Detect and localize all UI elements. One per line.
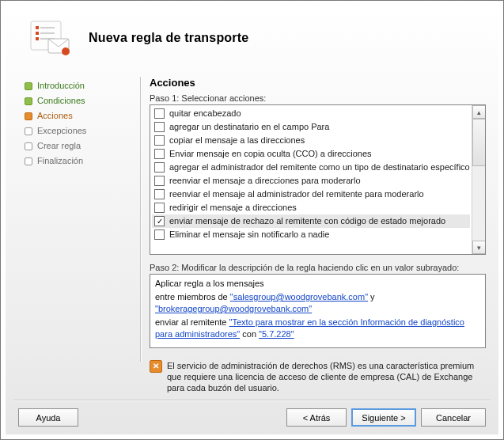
desc-text: enviar al remitente: [155, 317, 229, 327]
next-button[interactable]: Siguiente >: [351, 408, 416, 427]
action-checkbox[interactable]: [154, 135, 165, 146]
step-pending-icon: [25, 127, 32, 135]
action-checkbox[interactable]: [154, 229, 165, 240]
step-finalizacion[interactable]: Finalización: [25, 154, 119, 169]
action-row[interactable]: enviar mensaje de rechazo al remitente c…: [152, 214, 470, 228]
back-button[interactable]: < Atrás: [286, 408, 347, 427]
step-pending-icon: [25, 142, 32, 150]
svg-point-8: [62, 47, 70, 55]
action-label: enviar mensaje de rechazo al remitente c…: [169, 214, 445, 228]
cancel-button[interactable]: Cancelar: [421, 408, 486, 427]
info-icon: ✕: [150, 360, 162, 373]
actions-listbox[interactable]: quitar encabezado agregar un destinatari…: [150, 104, 486, 255]
action-label: copiar el mensaje a las direcciones: [169, 134, 305, 147]
scrollbar[interactable]: ▴ ▾: [472, 105, 485, 254]
main-panel: Acciones Paso 1: Seleccionar acciones: q…: [150, 77, 486, 358]
desc-line1: Aplicar regla a los mensajes: [155, 278, 480, 290]
desc-line2: entre miembros de "salesgroup@woodgroveb…: [155, 291, 480, 315]
desc-link-group2[interactable]: "brokeragegroup@woodgrovebank.com": [155, 304, 312, 313]
action-label: quitar encabezado: [169, 107, 241, 120]
step-label: Excepciones: [37, 123, 86, 138]
svg-rect-2: [36, 32, 39, 35]
action-label: reenviar el mensaje al administrador del…: [169, 188, 424, 201]
svg-rect-1: [36, 26, 39, 29]
desc-link-group1[interactable]: "salesgroup@woodgrovebank.com": [230, 292, 368, 302]
action-row[interactable]: Enviar mensaje en copia oculta (CCO) a d…: [152, 147, 470, 161]
dialog-content: Nueva regla de transporte Introducción C…: [5, 5, 499, 435]
step-label: Condiciones: [37, 93, 85, 108]
button-bar-separator: [13, 400, 491, 401]
desc-text: entre miembros de: [155, 292, 230, 302]
notice-text: El servicio de administración de derecho…: [167, 360, 486, 393]
action-label: agregar un destinatario en el campo Para: [169, 120, 329, 134]
scroll-up-button[interactable]: ▴: [472, 105, 486, 119]
action-label: Enviar mensaje en copia oculta (CCO) a d…: [169, 147, 372, 161]
scroll-thumb[interactable]: [472, 119, 486, 166]
svg-rect-5: [40, 32, 55, 34]
action-checkbox[interactable]: [154, 189, 165, 199]
action-checkbox[interactable]: [154, 203, 165, 213]
action-row[interactable]: quitar encabezado: [152, 107, 470, 120]
vertical-separator: [140, 77, 142, 362]
action-row[interactable]: Eliminar el mensaje sin notificarlo a na…: [152, 228, 470, 241]
scroll-down-button[interactable]: ▾: [472, 241, 486, 254]
action-label: agregar el administrador del remitente c…: [169, 161, 470, 174]
action-checkbox[interactable]: [154, 122, 165, 132]
step-done-icon: [25, 82, 32, 90]
step2-label: Paso 2: Modificar la descripción de la r…: [150, 263, 486, 272]
step-label: Finalización: [37, 154, 83, 169]
header: Nueva regla de transporte: [6, 6, 498, 69]
action-row[interactable]: agregar el administrador del remitente c…: [152, 161, 470, 174]
step-crear-regla[interactable]: Crear regla: [25, 138, 119, 154]
transport-rule-icon: [29, 18, 72, 56]
svg-rect-4: [40, 27, 55, 28]
step-label: Acciones: [37, 108, 73, 123]
step-excepciones[interactable]: Excepciones: [25, 123, 119, 138]
rule-description-box: Aplicar regla a los mensajes entre miemb…: [150, 274, 486, 348]
rms-notice: ✕ El servicio de administración de derec…: [150, 360, 486, 393]
dialog-title: Nueva regla de transporte: [89, 31, 248, 45]
actions-scroll-area: quitar encabezado agregar un destinatari…: [150, 105, 472, 254]
action-label: Eliminar el mensaje sin notificarlo a na…: [169, 228, 329, 241]
action-checkbox[interactable]: [154, 176, 165, 186]
action-row[interactable]: agregar un destinatario en el campo Para: [152, 120, 470, 134]
action-checkbox[interactable]: [154, 162, 165, 173]
action-row[interactable]: copiar el mensaje a las direcciones: [152, 134, 470, 147]
step-acciones[interactable]: Acciones: [25, 108, 119, 123]
desc-line3: enviar al remitente "Texto para mostrar …: [155, 317, 480, 340]
svg-rect-3: [36, 37, 39, 40]
section-title: Acciones: [150, 77, 486, 89]
step-done-icon: [25, 97, 32, 105]
action-row[interactable]: reenviar el mensaje al administrador del…: [152, 188, 470, 201]
dialog-window: Nueva regla de transporte Introducción C…: [0, 0, 504, 440]
step-label: Introducción: [37, 78, 85, 93]
action-label: redirigir el mensaje a direcciones: [169, 201, 297, 214]
desc-link-statuscode[interactable]: "5.7.228": [259, 329, 294, 339]
step-introduccion[interactable]: Introducción: [25, 78, 119, 93]
desc-text: y: [368, 292, 375, 302]
action-label: reenviar el mensaje a direcciones para m…: [169, 174, 361, 188]
action-row[interactable]: redirigir el mensaje a direcciones: [152, 201, 470, 214]
action-checkbox[interactable]: [154, 108, 165, 119]
step-label: Crear regla: [37, 138, 81, 154]
action-checkbox[interactable]: [154, 216, 165, 226]
step-active-icon: [25, 112, 32, 120]
action-row[interactable]: reenviar el mensaje a direcciones para m…: [152, 174, 470, 188]
wizard-steps-sidebar: Introducción Condiciones Acciones Excepc…: [25, 78, 119, 169]
step-condiciones[interactable]: Condiciones: [25, 93, 119, 108]
action-checkbox[interactable]: [154, 149, 165, 159]
help-button[interactable]: Ayuda: [18, 408, 78, 427]
desc-text: con: [240, 329, 259, 339]
step1-label: Paso 1: Seleccionar acciones:: [150, 93, 486, 103]
step-pending-icon: [25, 157, 32, 165]
